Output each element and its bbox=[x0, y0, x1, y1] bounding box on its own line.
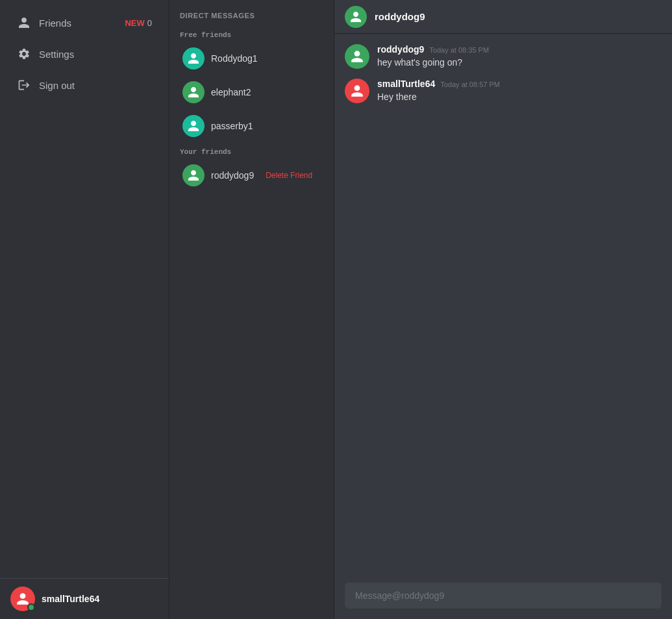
friends-label: Friends bbox=[39, 18, 71, 29]
gear-icon bbox=[17, 47, 31, 61]
dm-username-roddydog1: Roddydog1 bbox=[211, 53, 258, 64]
dm-user-roddydog1[interactable]: Roddydog1 bbox=[175, 42, 329, 75]
dm-user-passerby1[interactable]: passerby1 bbox=[175, 110, 329, 142]
chat-recipient-name: roddydog9 bbox=[375, 11, 425, 22]
dm-user-roddydog9[interactable]: roddydog9 Delete Friend bbox=[175, 159, 329, 192]
dm-user-elephant2[interactable]: elephant2 bbox=[175, 76, 329, 108]
message-avatar-smallturtle64 bbox=[345, 79, 369, 103]
delete-friend-button[interactable]: Delete Friend bbox=[266, 171, 312, 180]
dm-panel-header: DIRECT MESSAGES bbox=[169, 0, 334, 26]
message-text-1: Hey there bbox=[377, 91, 500, 104]
message-avatar-roddydog9 bbox=[345, 44, 369, 69]
message-time-1: Today at 08:57 PM bbox=[440, 81, 500, 88]
chat-header-avatar bbox=[345, 6, 367, 28]
message-author-1: smallTurtle64 bbox=[377, 79, 435, 89]
chat-message-0: roddydog9 Today at 08:35 PM hey what's g… bbox=[345, 44, 662, 69]
dm-panel: DIRECT MESSAGES Free friends Roddydog1 e… bbox=[169, 0, 334, 619]
message-author-0: roddydog9 bbox=[377, 44, 424, 55]
message-text-0: hey what's going on? bbox=[377, 57, 489, 69]
dm-avatar-roddydog9 bbox=[182, 164, 205, 186]
message-time-0: Today at 08:35 PM bbox=[429, 46, 489, 54]
sidebar-item-signout[interactable]: Sign out bbox=[5, 70, 164, 100]
chat-message-1: smallTurtle64 Today at 08:57 PM Hey ther… bbox=[345, 79, 662, 104]
dm-username-roddydog9: roddydog9 bbox=[211, 170, 254, 181]
message-meta-0: roddydog9 Today at 08:35 PM bbox=[377, 44, 489, 55]
dm-avatar-roddydog1 bbox=[182, 47, 205, 69]
sidebar-item-friends[interactable]: Friends NEW 0 bbox=[5, 8, 164, 38]
dm-section-your-friends: Your friends bbox=[169, 143, 334, 158]
new-badge: NEW 0 bbox=[125, 18, 152, 28]
message-content-0: roddydog9 Today at 08:35 PM hey what's g… bbox=[377, 44, 489, 69]
message-content-1: smallTurtle64 Today at 08:57 PM Hey ther… bbox=[377, 79, 500, 104]
dm-section-free-friends: Free friends bbox=[169, 26, 334, 42]
sidebar-item-settings[interactable]: Settings bbox=[5, 39, 164, 69]
new-badge-count: 0 bbox=[147, 18, 152, 28]
sidebar-footer: smallTurtle64 bbox=[0, 578, 169, 619]
current-username: smallTurtle64 bbox=[42, 594, 99, 604]
sidebar: Friends NEW 0 Settings Sign out smallTur… bbox=[0, 0, 169, 619]
chat-input[interactable] bbox=[345, 583, 662, 609]
dm-avatar-elephant2 bbox=[182, 81, 205, 103]
dm-username-passerby1: passerby1 bbox=[211, 121, 253, 131]
settings-label: Settings bbox=[39, 49, 74, 60]
current-user-avatar bbox=[10, 587, 35, 611]
signout-label: Sign out bbox=[39, 80, 75, 91]
signout-icon bbox=[17, 78, 31, 92]
status-dot bbox=[27, 603, 35, 611]
dm-username-elephant2: elephant2 bbox=[211, 87, 251, 97]
sidebar-nav: Friends NEW 0 Settings Sign out bbox=[0, 0, 169, 578]
person-icon bbox=[17, 16, 31, 30]
chat-input-area bbox=[334, 572, 672, 619]
new-badge-text: NEW bbox=[125, 18, 144, 28]
chat-messages: roddydog9 Today at 08:35 PM hey what's g… bbox=[334, 34, 672, 572]
chat-panel: roddydog9 roddydog9 Today at 08:35 PM he… bbox=[334, 0, 672, 619]
message-meta-1: smallTurtle64 Today at 08:57 PM bbox=[377, 79, 500, 89]
chat-header: roddydog9 bbox=[334, 0, 672, 34]
dm-avatar-passerby1 bbox=[182, 115, 205, 137]
